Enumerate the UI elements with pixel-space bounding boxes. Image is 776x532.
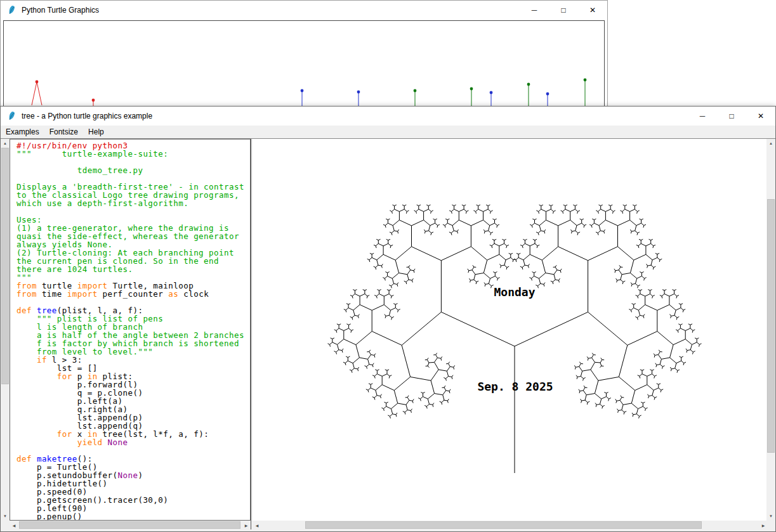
scroll-left-icon[interactable]: ◀ [253,521,261,529]
canvas-vscroll-thumb[interactable] [767,199,775,453]
canvas-vertical-scrollbar[interactable]: ▲ ▼ [766,139,775,521]
bottom-strip [1,529,775,531]
app-window-title: tree - a Python turtle graphics example [22,112,152,120]
scroll-up-icon[interactable]: ▲ [1,139,10,148]
menu-help[interactable]: Help [83,126,109,138]
turtle-canvas-svg: MondaySep. 8 2025 [253,139,768,521]
scroll-left-icon[interactable]: ◀ [10,521,18,529]
menu-fontsize[interactable]: Fontsize [44,126,83,138]
code-hscroll-thumb[interactable] [19,521,240,529]
app-titlebar: tree - a Python turtle graphics example … [1,107,775,126]
app-window: tree - a Python turtle graphics example … [0,106,776,532]
content-area: ▲ ▼ #!/usr/bin/env python3""" turtle-exa… [1,138,775,531]
canvas-hscroll-thumb[interactable] [305,521,702,529]
app-minimize-button[interactable]: ─ [688,107,717,126]
code-text[interactable]: #!/usr/bin/env python3""" turtle-example… [10,141,250,520]
turtle-app-icon [7,111,17,121]
app-window-controls: ─ □ ✕ [688,107,775,126]
code-horizontal-scrollbar[interactable]: ◀ ▶ [10,521,251,529]
app-maximize-button[interactable]: □ [717,107,746,126]
menubar: Examples Fontsize Help [1,126,775,138]
scrollbar-corner [766,521,775,529]
app-close-button[interactable]: ✕ [746,107,775,126]
svg-text:Monday: Monday [494,285,535,299]
scroll-up-icon[interactable]: ▲ [766,139,775,148]
turtle-canvas: MondaySep. 8 2025 [253,139,768,521]
code-vscroll-thumb[interactable] [1,148,9,384]
code-vertical-scrollbar[interactable]: ▲ ▼ [1,139,10,521]
canvas-horizontal-scrollbar[interactable]: ◀ ▶ [253,521,768,529]
scroll-down-icon[interactable]: ▼ [1,512,10,521]
code-pane: #!/usr/bin/env python3""" turtle-example… [10,139,251,521]
svg-text:Sep. 8 2025: Sep. 8 2025 [477,380,553,393]
menu-examples[interactable]: Examples [1,126,44,138]
scroll-right-icon[interactable]: ▶ [242,521,251,529]
scroll-down-icon[interactable]: ▼ [766,512,775,521]
